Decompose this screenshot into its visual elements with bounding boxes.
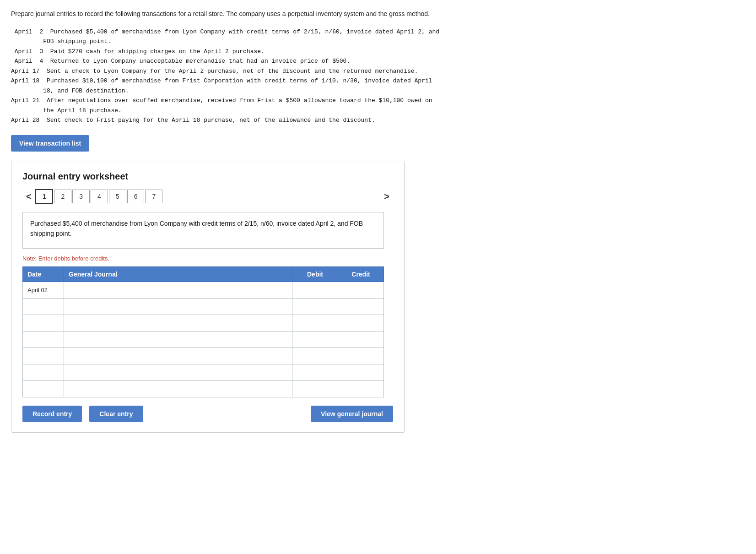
transaction-april18: April 18 Purchased $10,100 of merchandis… bbox=[11, 76, 734, 96]
row6-debit[interactable] bbox=[292, 364, 338, 381]
row7-gj-input[interactable] bbox=[64, 381, 292, 397]
tabs-row: < 1 2 3 4 5 6 7 > bbox=[22, 189, 393, 204]
col-header-credit: Credit bbox=[338, 267, 384, 282]
table-row bbox=[23, 331, 384, 348]
row1-debit-input[interactable] bbox=[292, 282, 338, 298]
row4-gj-input[interactable] bbox=[64, 331, 292, 348]
row4-debit[interactable] bbox=[292, 331, 338, 348]
journal-table: Date General Journal Debit Credit April … bbox=[22, 266, 384, 397]
note-text: Note: Enter debits before credits. bbox=[22, 255, 393, 262]
bottom-buttons: Record entry Clear entry View general jo… bbox=[22, 406, 393, 422]
row6-gj-input[interactable] bbox=[64, 364, 292, 380]
row4-general-journal[interactable] bbox=[64, 331, 292, 348]
row1-gj-input[interactable] bbox=[64, 282, 292, 298]
row5-gj-input[interactable] bbox=[64, 348, 292, 364]
row7-date bbox=[23, 381, 64, 397]
row2-debit-input[interactable] bbox=[292, 299, 338, 315]
transaction-april3: April 3 Paid $270 cash for shipping char… bbox=[11, 47, 734, 56]
tab-6[interactable]: 6 bbox=[127, 190, 145, 203]
table-row bbox=[23, 364, 384, 381]
row4-credit-input[interactable] bbox=[338, 331, 383, 348]
row3-general-journal[interactable] bbox=[64, 315, 292, 331]
row3-credit-input[interactable] bbox=[338, 315, 383, 331]
row3-debit-input[interactable] bbox=[292, 315, 338, 331]
row2-credit[interactable] bbox=[338, 299, 384, 315]
tab-7[interactable]: 7 bbox=[145, 190, 162, 203]
transactions-block: April 2 Purchased $5,400 of merchandise … bbox=[11, 27, 734, 125]
row5-credit[interactable] bbox=[338, 348, 384, 364]
row1-credit-input[interactable] bbox=[338, 282, 383, 298]
col-header-debit: Debit bbox=[292, 267, 338, 282]
row2-general-journal[interactable] bbox=[64, 299, 292, 315]
intro-text: Prepare journal entries to record the fo… bbox=[11, 9, 734, 19]
transaction-april2: April 2 Purchased $5,400 of merchandise … bbox=[11, 27, 734, 47]
table-row bbox=[23, 299, 384, 315]
row7-debit[interactable] bbox=[292, 381, 338, 397]
row2-debit[interactable] bbox=[292, 299, 338, 315]
row5-debit-input[interactable] bbox=[292, 348, 338, 364]
row5-date bbox=[23, 348, 64, 364]
row5-credit-input[interactable] bbox=[338, 348, 383, 364]
tab-3[interactable]: 3 bbox=[72, 190, 90, 203]
table-row bbox=[23, 315, 384, 331]
row7-debit-input[interactable] bbox=[292, 381, 338, 397]
transaction-description: Purchased $5,400 of merchandise from Lyo… bbox=[22, 212, 384, 249]
row2-gj-input[interactable] bbox=[64, 299, 292, 315]
row4-credit[interactable] bbox=[338, 331, 384, 348]
row1-date: April 02 bbox=[23, 282, 64, 299]
worksheet-title: Journal entry worksheet bbox=[22, 171, 393, 182]
table-row bbox=[23, 381, 384, 397]
row6-debit-input[interactable] bbox=[292, 364, 338, 380]
tab-next-arrow[interactable]: > bbox=[380, 190, 393, 204]
transaction-april4: April 4 Returned to Lyon Company unaccep… bbox=[11, 56, 734, 66]
view-transaction-list-button[interactable]: View transaction list bbox=[11, 135, 89, 152]
transaction-april17: April 17 Sent a check to Lyon Company fo… bbox=[11, 66, 734, 76]
transaction-april21: April 21 After negotiations over scuffed… bbox=[11, 96, 734, 115]
row3-credit[interactable] bbox=[338, 315, 384, 331]
view-general-journal-button[interactable]: View general journal bbox=[311, 406, 393, 422]
record-entry-button[interactable]: Record entry bbox=[22, 406, 82, 422]
row3-debit[interactable] bbox=[292, 315, 338, 331]
tab-1[interactable]: 1 bbox=[35, 189, 54, 204]
worksheet-container: Journal entry worksheet < 1 2 3 4 5 6 7 … bbox=[11, 161, 405, 433]
clear-entry-button[interactable]: Clear entry bbox=[89, 406, 143, 422]
row5-debit[interactable] bbox=[292, 348, 338, 364]
tab-5[interactable]: 5 bbox=[109, 190, 126, 203]
row6-credit[interactable] bbox=[338, 364, 384, 381]
row7-credit[interactable] bbox=[338, 381, 384, 397]
tab-prev-arrow[interactable]: < bbox=[22, 190, 35, 204]
row6-general-journal[interactable] bbox=[64, 364, 292, 381]
row1-general-journal[interactable] bbox=[64, 282, 292, 299]
row3-date bbox=[23, 315, 64, 331]
table-row: April 02 bbox=[23, 282, 384, 299]
table-row bbox=[23, 348, 384, 364]
row2-date bbox=[23, 299, 64, 315]
row1-debit[interactable] bbox=[292, 282, 338, 299]
tab-4[interactable]: 4 bbox=[91, 190, 108, 203]
row7-credit-input[interactable] bbox=[338, 381, 383, 397]
row2-credit-input[interactable] bbox=[338, 299, 383, 315]
row6-credit-input[interactable] bbox=[338, 364, 383, 380]
col-header-date: Date bbox=[23, 267, 64, 282]
row1-credit[interactable] bbox=[338, 282, 384, 299]
row6-date bbox=[23, 364, 64, 381]
row4-date bbox=[23, 331, 64, 348]
row7-general-journal[interactable] bbox=[64, 381, 292, 397]
col-header-general-journal: General Journal bbox=[64, 267, 292, 282]
row4-debit-input[interactable] bbox=[292, 331, 338, 348]
row5-general-journal[interactable] bbox=[64, 348, 292, 364]
row3-gj-input[interactable] bbox=[64, 315, 292, 331]
tab-2[interactable]: 2 bbox=[54, 190, 71, 203]
transaction-april28: April 28 Sent check to Frist paying for … bbox=[11, 115, 734, 125]
